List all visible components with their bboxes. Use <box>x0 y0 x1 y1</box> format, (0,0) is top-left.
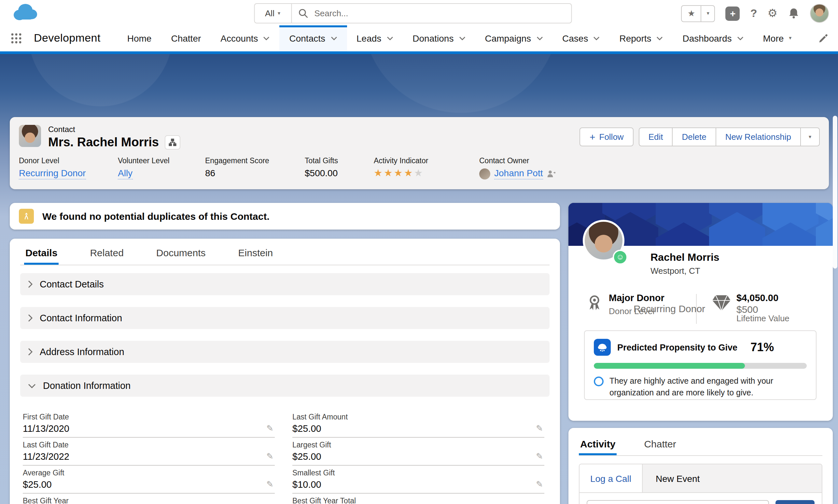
donor-level-link[interactable]: Recurring Donor <box>19 168 86 179</box>
contact-highlights-panel: Contact Mrs. Rachel Morris + Follow Ed <box>10 117 829 189</box>
setup-gear-icon[interactable]: ⚙ <box>768 8 778 19</box>
favorite-star-icon[interactable]: ★ <box>682 5 701 21</box>
user-avatar[interactable] <box>810 4 829 23</box>
owner-avatar <box>479 168 490 179</box>
lifetime-value-stat: $4,050.00 $500 Lifetime Value <box>736 293 789 323</box>
highlight-activity-indicator: Activity Indicator ★★★★★ <box>374 157 479 179</box>
chevron-down-icon <box>387 36 393 40</box>
filled-stars-icon: ★★★★ <box>374 167 414 178</box>
global-search: All ▾ <box>254 3 571 23</box>
search-scope-selector[interactable]: All ▾ <box>254 4 291 23</box>
nav-tab-donations[interactable]: Donations <box>403 25 475 51</box>
edit-pencil-icon[interactable]: ✎ <box>536 452 543 461</box>
star-rating: ★★★★★ <box>374 168 479 178</box>
caret-down-icon: ▾ <box>789 36 791 41</box>
search-input[interactable] <box>313 8 564 19</box>
subtab-log-a-call[interactable]: Log a Call <box>580 464 643 492</box>
subtab-new-event[interactable]: New Event <box>643 464 822 492</box>
tab-einstein[interactable]: Einstein <box>237 247 274 265</box>
chevron-down-icon: ▾ <box>278 11 280 16</box>
contact-owner-link[interactable]: Johann Pott <box>494 168 543 179</box>
notifications-bell-icon[interactable] <box>788 7 800 19</box>
global-header: All ▾ ★ ▾ + ? ⚙ <box>0 0 838 25</box>
chevron-right-icon <box>28 314 33 322</box>
change-owner-icon[interactable] <box>547 169 555 178</box>
app-launcher-waffle-icon[interactable] <box>0 25 29 51</box>
help-icon[interactable]: ? <box>750 7 757 20</box>
stats-divider <box>696 294 697 324</box>
edit-pencil-icon[interactable]: ✎ <box>536 480 543 488</box>
app-name: Development <box>29 25 118 51</box>
smiley-status-badge: ☺ <box>613 250 628 265</box>
contact-avatar <box>19 125 41 147</box>
volunteer-level-link[interactable]: Ally <box>118 168 133 179</box>
add-button[interactable]: Add <box>775 500 815 504</box>
edit-pencil-icon[interactable]: ✎ <box>266 424 273 432</box>
donor-profile-card: ☺ Rachel Morris Westport, CT Major Donor… <box>568 203 833 421</box>
app-navigation-bar: Development Home Chatter Accounts Contac… <box>0 25 838 51</box>
donation-information-fields: First Gift Date 11/13/2020 ✎ Last Gift D… <box>20 409 550 504</box>
view-hierarchy-icon[interactable] <box>165 135 181 149</box>
highlight-total-gifts: Total Gifts $500.00 <box>305 157 374 179</box>
nav-tab-home[interactable]: Home <box>118 25 161 51</box>
more-actions-dropdown[interactable]: ▾ <box>800 127 820 146</box>
propensity-card: Predicted Propensity to Give 71% They ar… <box>584 330 817 400</box>
highlight-donor-level: Donor Level Recurring Donor <box>19 157 118 179</box>
quick-create-button[interactable]: + <box>726 6 740 20</box>
activity-panel: Activity Chatter Log a Call New Event Ad… <box>568 428 833 504</box>
edit-pencil-icon[interactable]: ✎ <box>536 424 543 432</box>
tab-details[interactable]: Details <box>24 247 58 265</box>
scrollbar[interactable] <box>833 116 837 269</box>
delete-button[interactable]: Delete <box>672 127 716 146</box>
propensity-label: Predicted Propensity to Give <box>617 342 737 352</box>
favorites-dropdown[interactable]: ▾ <box>701 5 715 21</box>
field-best-gift-year-total: Best Gift Year Total $250.00 ✎ <box>292 493 544 504</box>
nav-tab-leads[interactable]: Leads <box>347 25 403 51</box>
nav-tab-more[interactable]: More▾ <box>753 25 802 51</box>
chevron-down-icon: ▾ <box>707 11 709 16</box>
edit-pencil-icon[interactable]: ✎ <box>266 452 273 461</box>
new-relationship-button[interactable]: New Relationship <box>716 127 801 146</box>
salesforce-window: All ▾ ★ ▾ + ? ⚙ <box>0 0 838 504</box>
nav-tab-campaigns[interactable]: Campaigns <box>475 25 552 51</box>
section-address-information[interactable]: Address Information <box>20 341 550 363</box>
tab-related[interactable]: Related <box>88 247 125 265</box>
tab-chatter[interactable]: Chatter <box>643 436 677 455</box>
section-donation-information[interactable]: Donation Information <box>20 375 550 397</box>
nav-tab-dashboards[interactable]: Dashboards <box>673 25 753 51</box>
edit-button[interactable]: Edit <box>639 127 673 146</box>
edit-navigation-pencil-icon[interactable] <box>818 25 827 51</box>
section-contact-information[interactable]: Contact Information <box>20 307 550 329</box>
search-icon <box>298 8 308 18</box>
nav-tab-chatter[interactable]: Chatter <box>161 25 211 51</box>
einstein-prediction-icon <box>594 339 611 356</box>
nav-tab-reports[interactable]: Reports <box>610 25 673 51</box>
field-last-gift-date: Last Gift Date 11/23/2022 ✎ <box>23 438 275 466</box>
highlight-engagement-score: Engagement Score 86 <box>205 157 305 179</box>
log-call-composer: Log a Call New Event Add <box>579 464 822 504</box>
duplicate-check-message: We found no potential duplicates of this… <box>42 211 270 222</box>
edit-pencil-icon[interactable]: ✎ <box>266 480 273 488</box>
chevron-down-icon <box>536 36 543 40</box>
salesforce-logo-icon[interactable] <box>11 3 39 22</box>
favorites-button[interactable]: ★ ▾ <box>681 5 715 22</box>
nav-tab-cases[interactable]: Cases <box>552 25 610 51</box>
tab-activity[interactable]: Activity <box>579 436 617 455</box>
propensity-percent: 71% <box>750 340 774 354</box>
recap-call-input[interactable] <box>587 500 769 504</box>
brand-divider <box>0 51 838 54</box>
field-last-gift-amount: Last Gift Amount $25.00 ✎ <box>292 410 544 438</box>
nav-tab-accounts[interactable]: Accounts <box>211 25 279 51</box>
follow-button[interactable]: + Follow <box>580 127 634 146</box>
donor-location: Westport, CT <box>650 266 700 276</box>
medal-ribbon-icon <box>585 294 603 313</box>
tab-documents[interactable]: Documents <box>155 247 207 265</box>
propensity-description: They are highly active and engaged with … <box>610 375 805 399</box>
duplicate-check-alert: We found no potential duplicates of this… <box>10 203 560 230</box>
chevron-down-icon <box>657 36 663 40</box>
section-contact-details[interactable]: Contact Details <box>20 273 550 295</box>
merge-duplicates-icon <box>19 209 34 224</box>
donor-level-stat: Major Donor Donor Level Recurring Donor <box>609 293 665 316</box>
nav-tab-contacts[interactable]: Contacts <box>280 25 347 51</box>
donor-name: Rachel Morris <box>650 252 719 264</box>
